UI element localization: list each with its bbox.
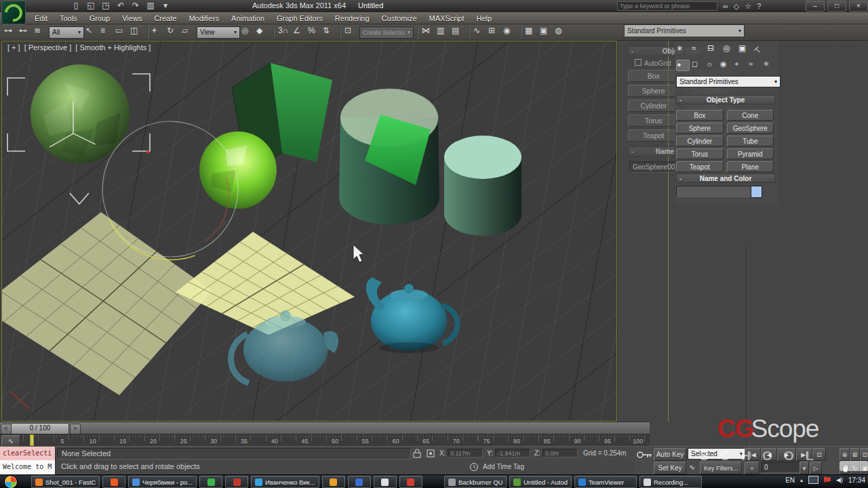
- taskbar-button[interactable]: TeamViewer: [574, 476, 637, 488]
- scene-plane-back[interactable]: [2, 212, 212, 395]
- viewport-pov-menu[interactable]: [ Perspective ]: [24, 43, 72, 52]
- torus-button[interactable]: Torus: [628, 115, 679, 127]
- add-time-tag[interactable]: Add Time Tag: [483, 463, 524, 470]
- rendered-frame-window-icon[interactable]: ▣: [540, 26, 553, 39]
- taskbar-button[interactable]: [199, 476, 222, 488]
- language-indicator[interactable]: EN: [785, 476, 795, 484]
- teapot-button[interactable]: Teapot: [628, 129, 679, 142]
- taskbar-button[interactable]: [399, 476, 422, 488]
- taskbar-button[interactable]: [374, 476, 397, 488]
- menu-rendering[interactable]: Rendering: [329, 14, 376, 22]
- viewport-general-menu[interactable]: [ + ]: [7, 43, 20, 52]
- geometry-category-icon[interactable]: ●: [676, 60, 690, 71]
- torus-button[interactable]: Torus: [676, 148, 724, 159]
- bind-to-space-warp-icon[interactable]: ≋: [34, 26, 47, 39]
- perspective-viewport[interactable]: [ + ] [ Perspective ] [ Smooth + Highlig…: [1, 41, 617, 422]
- 3dsmax-logo-icon[interactable]: [1, 1, 26, 24]
- scene-geosphere-selected[interactable]: [31, 64, 130, 163]
- menu-maxscript[interactable]: MAXScript: [423, 14, 471, 22]
- taskbar-button[interactable]: [102, 476, 125, 488]
- taskbar-button[interactable]: Shot_001 - FastC...: [31, 476, 100, 488]
- box-button[interactable]: Box: [628, 70, 679, 82]
- select-by-name-icon[interactable]: ≡: [100, 26, 114, 39]
- infocenter-search-input[interactable]: [617, 1, 717, 11]
- time-slider[interactable]: < 0 / 100 >: [0, 422, 650, 434]
- edit-named-selection-sets-icon[interactable]: ⊡: [344, 26, 358, 39]
- project-folder-icon[interactable]: ▥: [145, 1, 156, 10]
- hierarchy-tab-icon[interactable]: ⊟: [707, 43, 721, 54]
- start-button[interactable]: [4, 475, 18, 488]
- selection-lock-icon[interactable]: [412, 449, 422, 458]
- object-color-swatch[interactable]: [751, 186, 762, 198]
- cone-button[interactable]: Cone: [727, 110, 774, 121]
- qat-dropdown-icon[interactable]: ▾: [160, 1, 171, 10]
- redo-icon[interactable]: ↷: [130, 1, 141, 10]
- material-editor-icon[interactable]: ◉: [503, 26, 517, 39]
- lights-category-icon[interactable]: ☼: [706, 60, 718, 70]
- scene-cylinder-1[interactable]: [339, 89, 439, 225]
- zoom-all-icon[interactable]: ⊞: [850, 448, 860, 461]
- search-icon[interactable]: ∞: [723, 2, 728, 10]
- select-and-rotate-icon[interactable]: ↻: [167, 26, 180, 39]
- menu-tools[interactable]: Tools: [54, 14, 83, 22]
- curve-editor-icon[interactable]: ∿: [473, 26, 487, 39]
- name-color-rollout[interactable]: -Name and Color: [676, 174, 775, 183]
- cameras-category-icon[interactable]: ◉: [720, 60, 732, 70]
- maxscript-listener-line1[interactable]: clearSelecti: [0, 447, 56, 461]
- checkbox-icon[interactable]: [635, 59, 642, 66]
- select-and-scale-icon[interactable]: ▱: [182, 26, 195, 39]
- taskbar-button[interactable]: Черябвики - po...: [128, 476, 197, 488]
- utilities-tab-icon[interactable]: ⊤: [752, 40, 769, 57]
- snaps-toggle-3d-icon[interactable]: 3∩: [278, 26, 292, 39]
- object-name-field[interactable]: [676, 186, 755, 197]
- menu-graph-editors[interactable]: Graph Editors: [271, 14, 329, 22]
- maxscript-listener-line2[interactable]: Welcome to M: [0, 460, 56, 474]
- 3d-scene[interactable]: [2, 41, 616, 421]
- select-and-link-icon[interactable]: ⊶: [4, 26, 18, 39]
- default-in-out-tangents-icon[interactable]: ∿: [689, 463, 695, 472]
- plane-button[interactable]: Plane: [727, 161, 774, 172]
- render-production-icon[interactable]: ◍: [555, 26, 568, 39]
- align-icon[interactable]: ▥: [437, 26, 450, 39]
- menu-edit[interactable]: Edit: [28, 14, 54, 22]
- menu-views[interactable]: Views: [116, 14, 148, 22]
- time-tag-icon[interactable]: [469, 462, 479, 472]
- taskbar-clock[interactable]: 17:34: [848, 476, 865, 484]
- spinner-snap-icon[interactable]: ⇅: [323, 26, 336, 39]
- scene-geosphere-bright[interactable]: [199, 131, 277, 209]
- select-and-move-icon[interactable]: +: [152, 26, 165, 39]
- taskbar-button[interactable]: Иванченко Вик...: [251, 476, 319, 488]
- category-dropdown-ghost[interactable]: Standard Primitives ▾: [624, 24, 745, 37]
- percent-snap-icon[interactable]: %: [308, 26, 321, 39]
- tube-button[interactable]: Tube: [727, 136, 774, 146]
- pyramid-button[interactable]: Pyramid: [727, 148, 774, 159]
- close-button[interactable]: ×: [849, 1, 868, 12]
- box-button[interactable]: Box: [676, 110, 724, 121]
- systems-category-icon[interactable]: ✳: [763, 60, 775, 70]
- zoom-icon[interactable]: ⊕: [840, 448, 850, 461]
- unlink-selection-icon[interactable]: ⊷: [19, 26, 33, 39]
- scene-plane-front[interactable]: [176, 232, 355, 335]
- favorites-star-icon[interactable]: ☆: [745, 2, 751, 11]
- remote-desktop-tray-icon[interactable]: [808, 476, 818, 484]
- auto-key-button[interactable]: Auto Key: [654, 448, 686, 461]
- cylinder-button[interactable]: Cylinder: [628, 100, 679, 112]
- mirror-icon[interactable]: ⋈: [422, 26, 435, 39]
- spacewarps-category-icon[interactable]: ≈: [749, 60, 761, 70]
- angle-snap-icon[interactable]: ∠: [293, 26, 307, 39]
- cylinder-button[interactable]: Cylinder: [676, 136, 724, 146]
- reference-coordinate-dropdown[interactable]: View▾: [197, 26, 240, 39]
- scene-cylinder-2[interactable]: [444, 136, 521, 236]
- selection-filter-dropdown[interactable]: All▾: [49, 26, 84, 39]
- menu-animation[interactable]: Animation: [225, 14, 271, 22]
- schematic-view-icon[interactable]: ⊞: [488, 26, 502, 39]
- track-bar[interactable]: ∿ 0510 152025 303540 455055 606570 75808…: [0, 434, 650, 446]
- taskbar-button[interactable]: [225, 476, 248, 488]
- render-setup-icon[interactable]: ▦: [525, 26, 538, 39]
- y-coordinate-field[interactable]: -1.941m: [495, 449, 530, 458]
- taskbar-button[interactable]: [322, 476, 345, 488]
- set-key-button[interactable]: Set Key: [654, 462, 686, 474]
- geosphere-button[interactable]: GeoSphere: [727, 123, 774, 134]
- taskbar-button[interactable]: Untitled - Autod...: [509, 476, 572, 488]
- window-crossing-toggle-icon[interactable]: ◫: [130, 26, 144, 39]
